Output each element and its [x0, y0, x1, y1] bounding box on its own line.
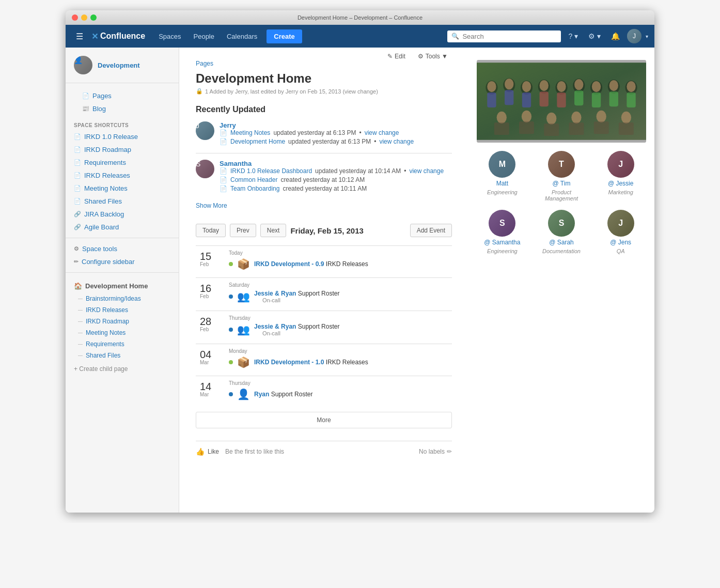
cal-event-4-0[interactable]: 👤 Ryan Support Roster: [229, 388, 450, 400]
svg-point-12: [522, 81, 531, 92]
sidebar-configure[interactable]: ✏ Configure sidebar: [66, 255, 179, 268]
person-avatar-1[interactable]: T: [548, 151, 575, 178]
update-viewchange-0[interactable]: view change: [365, 129, 399, 136]
svg-point-28: [497, 112, 507, 123]
sidebar-item-pages[interactable]: 📄 Pages: [74, 89, 170, 102]
sidebar-profile: 👤 Development: [66, 56, 179, 83]
person-name-2[interactable]: @ Jessie: [608, 180, 634, 187]
logo-x: ✕: [91, 32, 98, 41]
create-child-page[interactable]: + Create child page: [66, 363, 179, 375]
cal-event-0-0[interactable]: 📦 IRKD Development - 0.9 IRKD Releases: [229, 258, 450, 270]
person-avatar-0[interactable]: M: [489, 151, 515, 178]
cal-dot-3-0: [229, 360, 233, 364]
sidebar-space-tools[interactable]: ⚙ Space tools: [66, 242, 179, 255]
jerry-avatar[interactable]: J: [196, 121, 214, 140]
search-box[interactable]: 🔍: [447, 30, 561, 42]
sidebar-shortcut-3[interactable]: 📄 IRKD Releases: [66, 169, 179, 182]
update-viewchange-1[interactable]: view change: [379, 138, 414, 145]
nav-people[interactable]: People: [189, 29, 220, 43]
sidebar-section-pages: 📄 Pages 📰 Blog: [66, 83, 179, 117]
person-name-0[interactable]: Matt: [496, 180, 508, 187]
cal-event-icon-0-0: 📦: [237, 258, 250, 270]
update-link-s0[interactable]: IRKD 1.0 Release Dashboard: [230, 167, 312, 175]
sidebar-tree-item-5[interactable]: — Shared Files: [66, 350, 179, 361]
update-group-jerry: J Jerry 📄 Meeting Notes updated yesterda…: [196, 121, 452, 147]
svg-point-29: [522, 111, 531, 122]
samantha-name[interactable]: Samantha: [220, 160, 444, 167]
update-suffix-s1: created yesterday at 10:12 AM: [280, 176, 365, 183]
blog-label: Blog: [92, 105, 106, 113]
person-name-4[interactable]: @ Sarah: [549, 239, 574, 246]
cal-event-title-4-0: Ryan Support Roster: [254, 391, 312, 398]
person-avatar-5[interactable]: J: [607, 210, 634, 237]
sidebar-tree-item-2[interactable]: — IRKD Roadmap: [66, 316, 179, 327]
nav-spaces[interactable]: Spaces: [153, 29, 186, 43]
sidebar-shortcut-4[interactable]: 📄 Meeting Notes: [66, 182, 179, 195]
sidebar-tree-root[interactable]: 🏠 Development Home: [66, 279, 179, 293]
cal-event-1-0[interactable]: 👥 Jessie & Ryan Support Roster On-call: [229, 290, 450, 303]
sidebar-shortcut-2[interactable]: 📄 Requirements: [66, 156, 179, 169]
sidebar-shortcut-0[interactable]: 📄 IRKD 1.0 Release: [66, 130, 179, 143]
person-avatar-2[interactable]: J: [607, 151, 634, 178]
sidebar-tree-item-1[interactable]: — IRKD Releases: [66, 304, 179, 316]
sidebar-username[interactable]: Development: [98, 61, 140, 69]
add-event-button[interactable]: Add Event: [410, 224, 452, 237]
label-edit-icon[interactable]: ✏: [447, 448, 452, 455]
update-link-1[interactable]: Development Home: [230, 138, 285, 145]
close-button[interactable]: [72, 14, 78, 21]
sidebar-shortcut-5[interactable]: 📄 Shared Files: [66, 195, 179, 208]
settings-button[interactable]: ⚙ ▾: [585, 30, 604, 42]
person-card-3: S@ SamanthaEngineering: [477, 210, 528, 254]
maximize-button[interactable]: [90, 14, 97, 21]
svg-point-16: [592, 81, 601, 92]
person-dept-2: Marketing: [608, 189, 633, 195]
like-button[interactable]: 👍 Like: [196, 447, 219, 456]
jerry-name[interactable]: Jerry: [220, 121, 414, 129]
update-item-0: 📄 Meeting Notes updated yesterday at 6:1…: [220, 129, 414, 136]
person-name-5[interactable]: @ Jens: [610, 239, 631, 246]
prev-button[interactable]: Prev: [230, 224, 256, 237]
today-button[interactable]: Today: [196, 224, 226, 237]
confluence-logo[interactable]: ✕ Confluence: [91, 32, 145, 41]
cal-event-2-0[interactable]: 👥 Jessie & Ryan Support Roster On-call: [229, 323, 450, 336]
sidebar-tree-item-0[interactable]: — Brainstorming/Ideas: [66, 293, 179, 304]
sidebar-shortcut-7[interactable]: 🔗 Agile Board: [66, 221, 179, 234]
search-input[interactable]: [462, 33, 540, 40]
update-link-s1[interactable]: Common Header: [230, 176, 277, 183]
person-name-1[interactable]: @ Tim: [553, 180, 571, 187]
person-avatar-3[interactable]: S: [489, 210, 515, 237]
update-link-s2[interactable]: Team Onboarding: [230, 185, 279, 192]
sidebar-shortcut-1[interactable]: 📄 IRKD Roadmap: [66, 143, 179, 156]
nav-calendars[interactable]: Calendars: [222, 29, 262, 43]
sidebar-shortcut-6[interactable]: 🔗 JIRA Backlog: [66, 208, 179, 221]
update-link-0[interactable]: Meeting Notes: [230, 129, 270, 136]
minimize-button[interactable]: [81, 14, 87, 21]
person-name-3[interactable]: @ Samantha: [484, 239, 520, 246]
person-avatar-4[interactable]: S: [548, 210, 575, 237]
cal-dot-1-0: [229, 295, 233, 299]
show-more-link[interactable]: Show More: [196, 200, 452, 211]
edit-icon: ✎: [387, 53, 393, 60]
cal-month-2: Feb: [200, 327, 223, 332]
cal-date-cell-4: 14 Mar: [196, 376, 227, 408]
content-area: Pages ✎ Edit ⚙ Tools ▼ Development Home …: [179, 48, 654, 513]
user-menu-arrow[interactable]: ▾: [646, 34, 648, 39]
help-button[interactable]: ? ▾: [565, 30, 581, 42]
notifications-button[interactable]: 🔔: [608, 30, 623, 42]
user-avatar[interactable]: J: [627, 29, 641, 43]
svg-rect-19: [487, 92, 496, 107]
samantha-avatar[interactable]: S: [196, 160, 214, 178]
update-item-s0: 📄 IRKD 1.0 Release Dashboard updated yes…: [220, 167, 444, 175]
sidebar-item-blog[interactable]: 📰 Blog: [74, 102, 170, 115]
tools-button[interactable]: ⚙ Tools ▼: [414, 51, 452, 62]
edit-button[interactable]: ✎ Edit: [383, 51, 410, 62]
more-events-button[interactable]: More: [196, 412, 452, 428]
next-button[interactable]: Next: [260, 224, 287, 237]
update-viewchange-s0[interactable]: view change: [409, 167, 444, 175]
svg-point-17: [609, 80, 618, 91]
sidebar-tree-item-4[interactable]: — Requirements: [66, 338, 179, 350]
cal-event-3-0[interactable]: 📦 IRKD Development - 1.0 IRKD Releases: [229, 356, 450, 368]
hamburger-menu[interactable]: ☰: [72, 29, 87, 43]
sidebar-tree-item-3[interactable]: — Meeting Notes: [66, 327, 179, 338]
create-button[interactable]: Create: [267, 29, 302, 43]
